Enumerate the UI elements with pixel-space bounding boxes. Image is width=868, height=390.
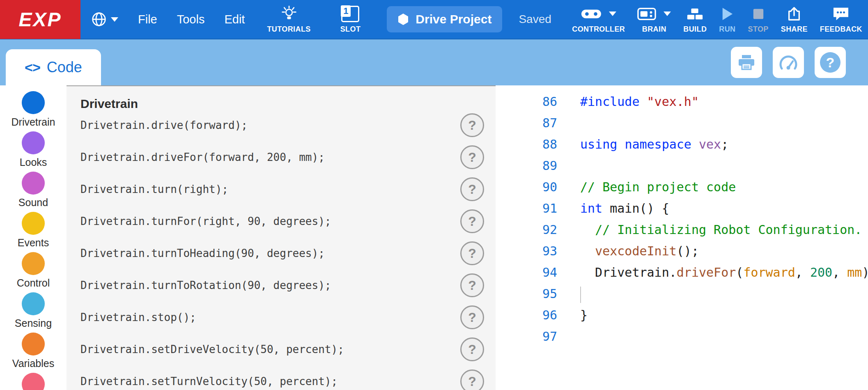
command-text: Drivetrain.setDriveVelocity(50, percent)… (80, 343, 344, 356)
tutorials-button[interactable]: TUTORIALS (267, 5, 310, 34)
line-content: // Begin project code (580, 177, 736, 198)
line-number: 86 (496, 91, 557, 112)
sidebar-item-sensing[interactable]: Sensing (15, 292, 52, 329)
sidebar-item-variables[interactable]: Variables (12, 333, 54, 369)
code-tab-label: Code (47, 59, 82, 76)
line-content: #include "vex.h" (580, 91, 699, 112)
menu-edit[interactable]: Edit (224, 13, 245, 26)
slot-button[interactable]: 1 SLOT (340, 5, 361, 34)
code-token (580, 223, 595, 237)
command-help-button[interactable]: ? (460, 241, 484, 265)
code-editor[interactable]: 86#include "vex.h"8788using namespace ve… (496, 85, 868, 390)
globe-icon (91, 11, 107, 27)
code-line: 96} (496, 305, 868, 326)
language-menu-button[interactable] (91, 11, 118, 27)
top-toolbar: EXP File Tools Edit (0, 0, 868, 39)
command-panel: Drivetrain Drivetrain.drive(forward);?Dr… (67, 85, 496, 390)
command-row[interactable]: Drivetrain.setTurnVelocity(50, percent);… (67, 365, 496, 390)
tutorials-label: TUTORIALS (267, 25, 310, 34)
code-token (580, 244, 595, 258)
command-row[interactable]: Drivetrain.setDriveVelocity(50, percent)… (67, 333, 496, 365)
line-number: 96 (496, 305, 557, 326)
line-number: 88 (496, 134, 557, 155)
command-help-button[interactable]: ? (460, 369, 484, 390)
stop-button[interactable]: STOP (748, 5, 768, 34)
code-token (640, 94, 647, 109)
command-help-button[interactable]: ? (460, 337, 484, 361)
line-content: } (580, 305, 588, 326)
code-token: main() { (602, 201, 669, 216)
sidebar-item-control[interactable]: Control (17, 252, 50, 289)
code-line: 95 (496, 283, 868, 305)
code-token: mm (847, 265, 862, 280)
code-token: forward (743, 265, 795, 280)
run-button[interactable]: RUN (719, 5, 735, 34)
code-line: 89 (496, 155, 868, 177)
save-status: Saved (519, 13, 551, 26)
code-token: ; (721, 137, 728, 151)
sidebar-item-drivetrain[interactable]: Drivetrain (11, 91, 55, 128)
category-label: Events (18, 236, 49, 249)
category-label: Sound (18, 196, 48, 209)
feedback-label: FEEDBACK (820, 25, 862, 34)
command-row[interactable]: Drivetrain.turn(right);? (67, 173, 496, 205)
main-content: DrivetrainLooksSoundEventsControlSensing… (0, 85, 868, 390)
code-token: // Begin project code (580, 180, 736, 194)
code-line: 94 Drivetrain.driveFor(forward, 200, mm)… (496, 262, 868, 283)
tab-bar: <> Code ? (0, 39, 868, 85)
sidebar-item-category[interactable] (22, 373, 45, 390)
category-color-dot (22, 131, 45, 154)
command-help-button[interactable]: ? (460, 209, 484, 233)
project-name-button[interactable]: Drive Project (387, 6, 502, 32)
controller-button[interactable]: CONTROLLER (572, 5, 625, 34)
command-text: Drivetrain.driveFor(forward, 200, mm); (80, 151, 325, 163)
category-color-dot (22, 373, 45, 390)
category-label: Variables (12, 357, 54, 369)
tab-code[interactable]: <> Code (6, 49, 101, 85)
code-token: driveFor (677, 265, 736, 280)
line-number: 94 (496, 262, 557, 283)
code-token: , (832, 265, 847, 280)
command-row[interactable]: Drivetrain.turnToRotation(90, degrees);? (67, 269, 496, 301)
category-color-dot (22, 333, 45, 356)
sidebar-item-sound[interactable]: Sound (18, 172, 48, 209)
share-button[interactable]: SHARE (781, 5, 808, 34)
menu-tools[interactable]: Tools (177, 13, 205, 26)
code-token: Drivetrain. (580, 265, 677, 280)
command-help-button[interactable]: ? (460, 113, 484, 137)
build-button[interactable]: BUILD (683, 5, 707, 34)
sidebar-item-events[interactable]: Events (18, 212, 49, 249)
help-button[interactable]: ? (815, 47, 846, 78)
menu-file[interactable]: File (138, 13, 157, 26)
command-help-button[interactable]: ? (460, 145, 484, 169)
command-row[interactable]: Drivetrain.turnFor(right, 90, degrees);? (67, 205, 496, 237)
command-help-button[interactable]: ? (460, 305, 484, 329)
category-label: Looks (20, 156, 47, 168)
chevron-down-icon (111, 17, 118, 22)
feedback-button[interactable]: FEEDBACK (820, 5, 862, 34)
command-text: Drivetrain.turnToHeading(90, degrees); (80, 247, 325, 259)
print-button[interactable] (731, 47, 762, 78)
feedback-bubble-icon (832, 7, 850, 21)
monitor-button[interactable] (773, 47, 804, 78)
slot-number-badge: 1 (341, 5, 351, 17)
line-number: 97 (496, 326, 557, 347)
stop-square-icon (752, 8, 765, 20)
command-row[interactable]: Drivetrain.drive(forward);? (67, 109, 496, 141)
command-help-button[interactable]: ? (460, 177, 484, 201)
project-name: Drive Project (416, 12, 491, 26)
code-line: 91int main() { (496, 198, 868, 219)
code-token: ( (736, 265, 743, 280)
code-line: 87 (496, 112, 868, 134)
command-row[interactable]: Drivetrain.stop();? (67, 301, 496, 333)
command-row[interactable]: Drivetrain.turnToHeading(90, degrees);? (67, 237, 496, 269)
exp-logo[interactable]: EXP (0, 0, 80, 39)
share-label: SHARE (781, 25, 808, 34)
command-row[interactable]: Drivetrain.driveFor(forward, 200, mm);? (67, 141, 496, 173)
run-play-icon (721, 7, 733, 21)
command-help-button[interactable]: ? (460, 273, 484, 297)
sidebar-item-looks[interactable]: Looks (20, 131, 47, 168)
brain-button[interactable]: BRAIN (637, 5, 671, 34)
category-label: Drivetrain (11, 116, 55, 128)
run-label: RUN (719, 25, 735, 34)
